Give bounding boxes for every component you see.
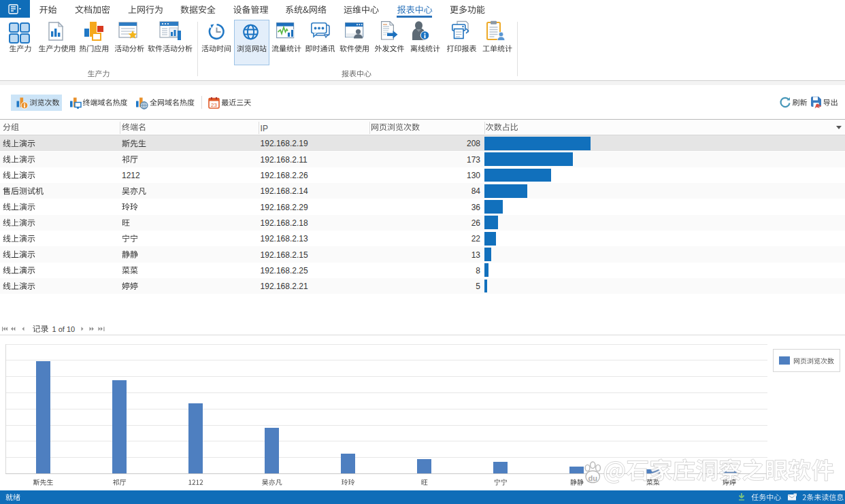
- svg-text:23: 23: [211, 102, 217, 108]
- svg-text:du: du: [588, 474, 597, 482]
